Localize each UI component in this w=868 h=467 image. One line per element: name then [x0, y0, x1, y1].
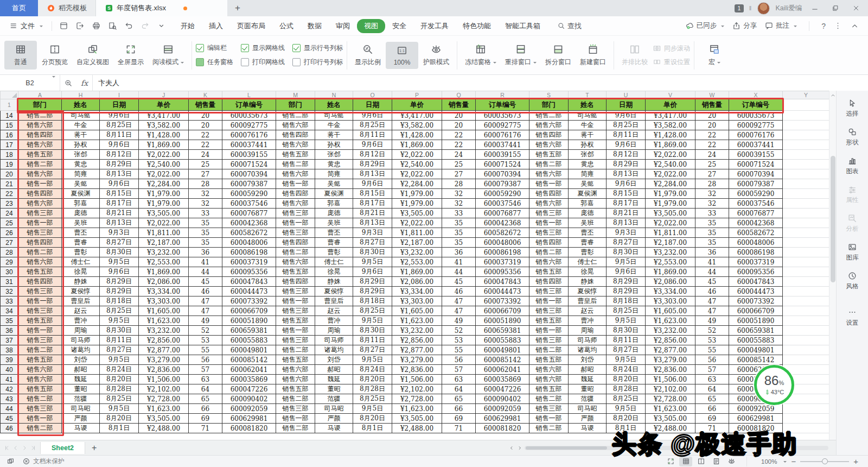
cell-qty[interactable]: 27: [189, 169, 222, 179]
cell-order[interactable]: 600049801: [729, 345, 783, 355]
cell-empty[interactable]: [783, 140, 829, 150]
cell-date[interactable]: 8月17日: [100, 199, 139, 209]
cell-qty[interactable]: 49: [695, 316, 729, 326]
cell-empty[interactable]: [783, 257, 829, 267]
cell-order[interactable]: 600037546: [222, 199, 276, 209]
cell-name[interactable]: 曹丕: [315, 228, 353, 238]
cell-order[interactable]: 600047226: [476, 384, 529, 394]
column-header-Q[interactable]: Q: [442, 91, 476, 99]
cell-date[interactable]: 8月27日: [353, 345, 392, 355]
cell-date[interactable]: 8月18日: [607, 296, 646, 306]
cell-name[interactable]: 张郃: [315, 150, 353, 160]
cell-price[interactable]: ¥2,836.00: [646, 365, 695, 375]
cell-qty[interactable]: 55: [189, 345, 222, 355]
row-header[interactable]: 23: [1, 199, 18, 209]
header-cell[interactable]: 订单编号: [222, 99, 276, 111]
cell-name[interactable]: 曹冲: [62, 316, 100, 326]
cell-dept[interactable]: 销售五部: [276, 150, 315, 160]
cell-dept[interactable]: 销售三部: [276, 306, 315, 316]
cell-dept[interactable]: 销售二部: [276, 111, 315, 121]
cell-dept[interactable]: 销售一部: [276, 218, 315, 228]
cell-date[interactable]: 8月27日: [100, 238, 139, 248]
cell-dept[interactable]: 销售五部: [18, 267, 62, 277]
cell-order[interactable]: 600092775: [729, 121, 783, 130]
cell-price[interactable]: ¥2,540.00: [392, 160, 442, 169]
save-button[interactable]: [56, 19, 71, 33]
cell-order[interactable]: 600090402: [476, 394, 529, 404]
cell-price[interactable]: ¥1,605.00: [646, 306, 695, 316]
cell-date[interactable]: 8月11日: [353, 336, 392, 345]
cell-qty[interactable]: 63: [442, 375, 476, 384]
cell-price[interactable]: ¥1,979.00: [139, 199, 189, 209]
cell-order[interactable]: 600095356: [476, 267, 529, 277]
cell-dept[interactable]: 销售二部: [18, 160, 62, 169]
zoom-out-button[interactable]: −: [791, 457, 796, 466]
cell-qty[interactable]: 65: [189, 394, 222, 404]
cell-empty[interactable]: [783, 179, 829, 189]
cell-qty[interactable]: 47: [695, 296, 729, 306]
cell-order[interactable]: 600047226: [222, 384, 276, 394]
cell-name[interactable]: 严颜: [62, 414, 100, 424]
menu-item-开始[interactable]: 开始: [174, 19, 202, 33]
cell-order[interactable]: 600085142: [222, 355, 276, 365]
cell-order[interactable]: 600037319: [729, 257, 783, 267]
cell-order[interactable]: 600047843: [729, 277, 783, 287]
cell-qty[interactable]: 49: [189, 316, 222, 326]
cell-price[interactable]: ¥2,022.00: [646, 150, 695, 160]
cell-dept[interactable]: 销售三部: [18, 306, 62, 316]
cell-price[interactable]: ¥2,856.00: [139, 336, 189, 345]
cell-price[interactable]: ¥3,232.00: [392, 326, 442, 336]
cell-date[interactable]: 9月6日: [353, 267, 392, 277]
cell-dept[interactable]: 销售三部: [276, 209, 315, 218]
cell-qty[interactable]: 32: [695, 199, 729, 209]
cell-order[interactable]: 600086198: [222, 248, 276, 257]
cell-dept[interactable]: 销售三部: [529, 306, 569, 316]
cell-dept[interactable]: 销售三部: [529, 404, 569, 414]
column-header-H[interactable]: H: [62, 91, 100, 99]
cell-name[interactable]: 曹皇后: [315, 296, 353, 306]
cell-dept[interactable]: 销售一部: [18, 218, 62, 228]
cell-date[interactable]: 8月11日: [100, 130, 139, 140]
cell-order[interactable]: 600076176: [222, 130, 276, 140]
cell-empty[interactable]: [783, 160, 829, 169]
row-header[interactable]: 38: [1, 345, 18, 355]
cell-order[interactable]: 600048006: [476, 238, 529, 248]
cell-name[interactable]: 司马师: [569, 336, 607, 345]
sidebar-item-图表[interactable]: 图表: [846, 156, 859, 175]
column-header-K[interactable]: K: [189, 91, 222, 99]
cell-empty[interactable]: [783, 130, 829, 140]
row-header[interactable]: 46: [1, 424, 18, 433]
checkbox-打印行号列标[interactable]: 打印行号列标: [292, 58, 343, 67]
cell-qty[interactable]: 52: [442, 326, 476, 336]
cell-name[interactable]: 徐晃: [315, 267, 353, 277]
cell-date[interactable]: 8月25日: [607, 394, 646, 404]
cell-date[interactable]: 8月25日: [353, 121, 392, 130]
cell-date[interactable]: 8月13日: [607, 169, 646, 179]
cell-name[interactable]: 夏侯渊: [315, 189, 353, 199]
cell-price[interactable]: ¥3,505.00: [646, 414, 695, 424]
scroll-left-icon[interactable]: [508, 445, 515, 451]
cell-price[interactable]: ¥3,334.00: [646, 287, 695, 296]
cell-qty[interactable]: 32: [442, 189, 476, 199]
cell-price[interactable]: ¥2,488.00: [392, 424, 442, 433]
cell-qty[interactable]: 44: [189, 267, 222, 277]
cell-price[interactable]: ¥2,022.00: [646, 169, 695, 179]
cell-price[interactable]: ¥1,869.00: [646, 267, 695, 277]
cell-order[interactable]: 600051890: [476, 316, 529, 326]
column-header-P[interactable]: P: [392, 91, 442, 99]
cell-date[interactable]: 8月21日: [100, 209, 139, 218]
cell-qty[interactable]: 36: [189, 248, 222, 257]
column-header-Y[interactable]: Y: [783, 91, 829, 99]
cell-price[interactable]: ¥1,979.00: [392, 189, 442, 199]
cell-price[interactable]: ¥1,869.00: [139, 267, 189, 277]
cell-dept[interactable]: 销售五部: [18, 355, 62, 365]
column-header-T[interactable]: T: [569, 91, 607, 99]
cell-name[interactable]: 夏侯惇: [315, 287, 353, 296]
cell-qty[interactable]: 20: [189, 121, 222, 130]
cell-qty[interactable]: 32: [695, 189, 729, 199]
cell-name[interactable]: 周瑜: [315, 326, 353, 336]
redo-button[interactable]: [138, 19, 152, 33]
cell-order[interactable]: 600081820: [476, 424, 529, 433]
cell-dept[interactable]: 销售三部: [529, 228, 569, 238]
cell-qty[interactable]: 20: [442, 111, 476, 121]
